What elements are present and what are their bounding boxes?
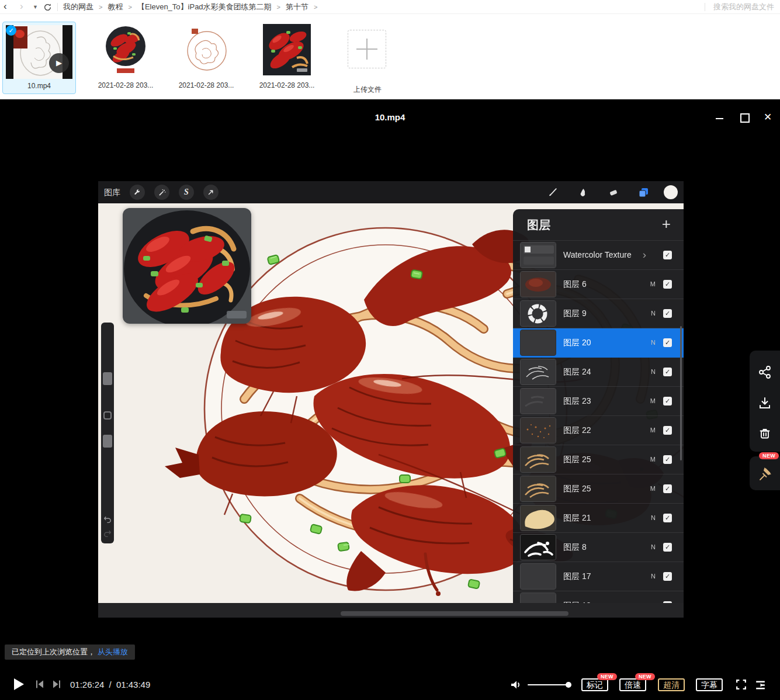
wrench-icon[interactable] xyxy=(130,185,145,200)
layer-row[interactable]: 图层 8N✓ xyxy=(513,533,684,562)
layer-blend-mode[interactable]: M xyxy=(650,397,656,404)
breadcrumb-item[interactable]: 教程 xyxy=(108,2,123,12)
layer-group-row[interactable]: Watercolor Texture›✓ xyxy=(513,241,684,270)
layer-blend-mode[interactable]: N xyxy=(651,368,656,375)
layer-row[interactable]: 图层 21N✓ xyxy=(513,504,684,533)
next-video-button[interactable] xyxy=(51,678,63,692)
layer-visibility-checkbox[interactable]: ✓ xyxy=(663,280,672,289)
history-dropdown-icon[interactable]: ▼ xyxy=(33,0,38,14)
minimize-button[interactable] xyxy=(713,111,726,124)
layer-visibility-checkbox[interactable]: ✓ xyxy=(663,514,672,522)
forward-icon[interactable]: › xyxy=(20,0,23,14)
brush-size-sidebar[interactable] xyxy=(101,323,114,543)
gallery-button[interactable]: 图库 xyxy=(104,181,120,203)
layer-row[interactable]: 图层 24N✓ xyxy=(513,358,684,387)
speed-button[interactable]: 倍速 xyxy=(619,678,646,691)
layer-blend-mode[interactable]: M xyxy=(650,456,656,463)
layer-row[interactable]: 图层 22M✓ xyxy=(513,416,684,445)
opacity-slider-handle[interactable] xyxy=(103,435,112,448)
layer-visibility-checkbox[interactable]: ✓ xyxy=(663,572,672,581)
layer-blend-mode[interactable]: N xyxy=(651,543,656,550)
layer-visibility-checkbox[interactable]: ✓ xyxy=(663,397,672,406)
layer-row[interactable]: 图层 6M✓ xyxy=(513,270,684,299)
play-button[interactable] xyxy=(14,678,24,690)
download-icon[interactable] xyxy=(757,396,772,411)
layers-panel-icon[interactable] xyxy=(636,185,651,200)
layer-visibility-checkbox[interactable]: ✓ xyxy=(663,455,672,464)
layer-visibility-checkbox[interactable]: ✓ xyxy=(663,543,672,552)
layer-row[interactable]: 图层 20N✓ xyxy=(513,328,684,358)
layer-blend-mode[interactable]: N xyxy=(651,310,656,317)
layer-visibility-checkbox[interactable]: ✓ xyxy=(663,251,672,259)
breadcrumb-separator: > xyxy=(128,4,131,11)
layer-visibility-checkbox[interactable]: ✓ xyxy=(663,484,672,493)
layer-blend-mode[interactable]: M xyxy=(650,485,656,492)
chevron-right-icon[interactable]: › xyxy=(643,248,646,261)
selection-icon[interactable]: S xyxy=(179,185,194,200)
volume-knob[interactable] xyxy=(566,682,571,688)
layer-thumbnail xyxy=(520,271,556,297)
volume-icon[interactable] xyxy=(509,679,521,693)
breadcrumb-separator: > xyxy=(99,4,102,11)
subtitle-button[interactable]: 字幕 xyxy=(696,678,723,691)
volume-slider[interactable] xyxy=(528,684,568,685)
procreate-toolbar: 图库 S xyxy=(98,181,684,203)
file-card[interactable]: 2021-02-28 203... xyxy=(89,22,162,94)
breadcrumb-item[interactable]: 【Eleven_To】iPad水彩美食团练第二期 xyxy=(137,2,272,12)
search-input[interactable]: 搜索我的网盘文件 xyxy=(713,2,774,12)
file-card[interactable]: ✓ ▶10.mp4 xyxy=(2,22,76,94)
modify-button[interactable] xyxy=(103,411,112,420)
fullscreen-icon[interactable] xyxy=(735,678,747,693)
layer-row[interactable]: 图层 25M✓ xyxy=(513,474,684,504)
layer-visibility-checkbox[interactable]: ✓ xyxy=(663,309,672,318)
layer-thumbnail xyxy=(520,388,556,414)
side-tools-panel xyxy=(750,351,780,452)
delete-icon[interactable] xyxy=(757,426,772,441)
transform-arrow-icon[interactable] xyxy=(203,185,219,200)
layer-row[interactable]: 图层 25M✓ xyxy=(513,445,684,474)
layer-blend-mode[interactable]: M xyxy=(650,280,656,287)
color-swatch[interactable] xyxy=(664,185,678,199)
eraser-icon[interactable] xyxy=(606,185,621,200)
undo-icon[interactable] xyxy=(103,514,112,526)
video-content[interactable]: 图库 S xyxy=(98,181,684,618)
layer-name: 图层 23 xyxy=(563,396,591,407)
layer-blend-mode[interactable]: N xyxy=(651,573,656,580)
layer-visibility-checkbox[interactable]: ✓ xyxy=(663,426,672,435)
layer-row[interactable]: 图层 9N✓ xyxy=(513,299,684,328)
search-box[interactable]: 搜索我的网盘文件 xyxy=(705,0,774,14)
toast-text: 已定位到上次浏览位置， xyxy=(12,647,95,656)
layers-scrollbar[interactable] xyxy=(680,326,682,460)
replay-from-start-link[interactable]: 从头播放 xyxy=(98,647,128,656)
layer-row[interactable]: 图层 17N✓ xyxy=(513,562,684,591)
share-icon[interactable] xyxy=(757,365,772,380)
upload-label: 上传文件 xyxy=(331,85,404,95)
size-slider-handle[interactable] xyxy=(103,372,112,385)
mark-button[interactable]: 标记 xyxy=(581,678,608,691)
pin-icon[interactable] xyxy=(757,466,772,481)
file-card[interactable]: 2021-02-28 203... xyxy=(250,22,324,94)
layer-blend-mode[interactable]: M xyxy=(650,427,656,434)
smudge-icon[interactable] xyxy=(576,185,591,200)
layer-visibility-checkbox[interactable]: ✓ xyxy=(663,338,672,347)
layer-visibility-checkbox[interactable]: ✓ xyxy=(663,368,672,376)
resume-toast: 已定位到上次浏览位置，从头播放 xyxy=(5,644,135,660)
maximize-button[interactable] xyxy=(738,111,751,124)
breadcrumb-item[interactable]: 我的网盘 xyxy=(63,2,93,12)
add-layer-button[interactable]: + xyxy=(662,215,671,233)
redo-icon[interactable] xyxy=(103,528,112,540)
close-button[interactable]: ✕ xyxy=(761,111,774,124)
brush-icon[interactable] xyxy=(545,185,560,200)
back-icon[interactable]: ‹ xyxy=(4,0,7,14)
adjustments-wand-icon[interactable] xyxy=(154,185,169,200)
layer-blend-mode[interactable]: N xyxy=(651,514,656,521)
file-card[interactable]: 2021-02-28 203... xyxy=(169,22,243,94)
playlist-icon[interactable] xyxy=(754,679,767,694)
quality-button[interactable]: 超清 xyxy=(658,678,685,691)
layer-blend-mode[interactable]: N xyxy=(651,339,656,346)
video-player-window: 10.mp4 ✕ 图库 S xyxy=(0,99,780,700)
upload-file-button[interactable]: 上传文件 xyxy=(331,22,404,94)
previous-video-button[interactable] xyxy=(34,678,46,692)
layer-row[interactable]: 图层 23M✓ xyxy=(513,387,684,416)
breadcrumb-item[interactable]: 第十节 xyxy=(286,2,308,12)
